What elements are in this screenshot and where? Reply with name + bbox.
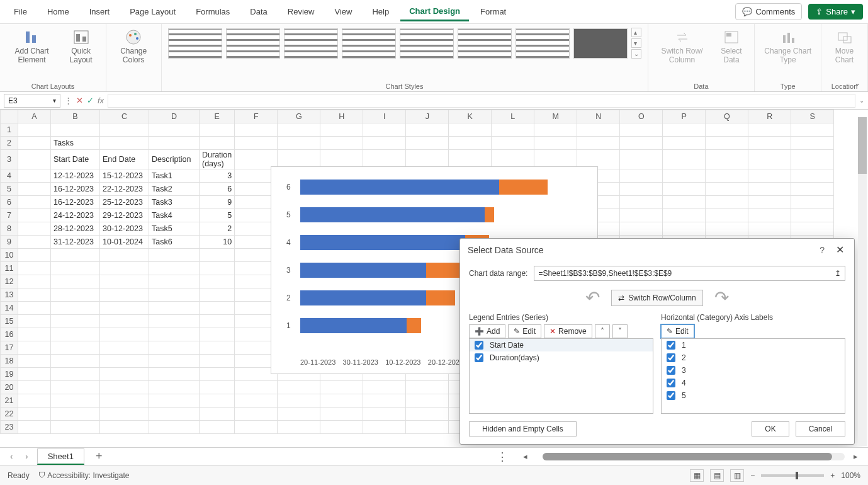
range-picker-icon[interactable]: ↥ — [835, 269, 841, 278]
axis-checkbox[interactable] — [667, 353, 675, 362]
horizontal-scrollbar[interactable] — [543, 453, 845, 460]
ok-button[interactable]: OK — [752, 421, 789, 437]
view-page-break-button[interactable]: ▥ — [730, 469, 744, 482]
style-thumb-3[interactable] — [284, 28, 338, 59]
collapse-ribbon-icon[interactable]: ⌄ — [854, 79, 860, 88]
add-sheet-button[interactable]: + — [89, 450, 109, 463]
group-chart-styles-label: Chart Styles — [386, 80, 424, 90]
name-box-value: E3 — [8, 96, 18, 105]
move-up-button[interactable]: ˄ — [595, 324, 610, 338]
axis-checkbox[interactable] — [667, 379, 675, 387]
zoom-out-button[interactable]: − — [750, 471, 755, 480]
move-down-button[interactable]: ˅ — [612, 324, 628, 338]
name-box[interactable]: E3 ▾ — [4, 94, 60, 108]
accessibility-status[interactable]: ⛉ Accessibility: Investigate — [38, 471, 130, 480]
menu-help[interactable]: Help — [363, 3, 398, 20]
zoom-in-button[interactable]: + — [830, 471, 835, 480]
expand-formula-bar-icon[interactable]: ⌄ — [859, 97, 864, 104]
sheet-nav-next[interactable]: › — [21, 452, 31, 461]
style-thumb-4[interactable] — [342, 28, 396, 59]
svg-rect-1 — [32, 35, 36, 43]
menu-home[interactable]: Home — [38, 3, 78, 20]
edit-axis-labels-button[interactable]: ✎Edit — [661, 324, 694, 338]
cancel-icon[interactable]: ✕ — [76, 96, 83, 105]
axis-checkbox[interactable] — [667, 391, 675, 400]
series-list[interactable]: Start DateDuration(days) — [469, 338, 653, 414]
svg-rect-4 — [82, 37, 86, 42]
menu-insert[interactable]: Insert — [81, 3, 119, 20]
menu-formulas[interactable]: Formulas — [187, 3, 239, 20]
chart-type-icon — [779, 29, 797, 45]
series-checkbox[interactable] — [475, 341, 483, 350]
menu-chart-design[interactable]: Chart Design — [400, 3, 469, 21]
edit-icon: ✎ — [667, 327, 673, 336]
chart-data-range-value: =Sheet1!$B$3:$B$9,Sheet1!$E$3:$E$9 — [538, 269, 672, 278]
menu-view[interactable]: View — [325, 3, 361, 20]
remove-series-button[interactable]: ✕Remove — [544, 324, 592, 338]
switch-row-column-button[interactable]: Switch Row/ Column — [655, 28, 710, 66]
style-thumb-1[interactable] — [168, 28, 222, 59]
help-icon[interactable]: ? — [820, 245, 825, 255]
axis-checkbox[interactable] — [667, 341, 675, 350]
menu-page-layout[interactable]: Page Layout — [121, 3, 184, 20]
svg-rect-3 — [76, 34, 80, 42]
add-series-button[interactable]: ➕Add — [469, 324, 505, 338]
style-thumb-7[interactable] — [516, 28, 570, 59]
group-data-label: Data — [694, 80, 708, 90]
menu-data[interactable]: Data — [241, 3, 276, 20]
list-item[interactable]: 4 — [662, 377, 845, 389]
list-item[interactable]: 1 — [662, 339, 845, 351]
edit-series-button[interactable]: ✎Edit — [508, 324, 541, 338]
view-normal-button[interactable]: ▦ — [690, 469, 704, 482]
zoom-slider[interactable] — [761, 474, 824, 477]
zoom-level[interactable]: 100% — [841, 471, 860, 480]
menu-review[interactable]: Review — [279, 3, 324, 20]
svg-point-5 — [127, 30, 140, 44]
tab-more-icon[interactable]: ⋮ — [490, 450, 514, 464]
gallery-up-icon[interactable]: ▴ — [631, 28, 641, 37]
label: Select Data — [718, 47, 746, 64]
comments-button[interactable]: 💬 Comments — [735, 3, 802, 20]
change-colors-button[interactable]: Change Colors — [113, 28, 155, 66]
chart-data-range-label: Chart data range: — [469, 269, 527, 278]
sheet-tab-sheet1[interactable]: Sheet1 — [37, 448, 84, 465]
label: Switch Row/Column — [628, 294, 696, 302]
chart-data-range-input[interactable]: =Sheet1!$B$3:$B$9,Sheet1!$E$3:$E$9 ↥ — [534, 266, 845, 281]
select-data-button[interactable]: Select Data — [715, 28, 748, 66]
style-thumb-8[interactable] — [573, 28, 628, 59]
fx-icon[interactable]: fx — [98, 96, 104, 105]
axis-labels-list[interactable]: 12345 — [661, 338, 845, 414]
add-chart-element-button[interactable]: Add Chart Element — [6, 28, 57, 66]
hscroll-left[interactable]: ◂ — [519, 452, 531, 461]
quick-layout-button[interactable]: Quick Layout — [62, 28, 99, 66]
move-chart-button[interactable]: Move Chart — [828, 28, 861, 66]
enter-icon[interactable]: ✓ — [87, 96, 94, 105]
formula-input[interactable] — [108, 94, 855, 108]
list-item[interactable]: 5 — [662, 389, 845, 402]
switch-row-column-dialog-button[interactable]: ⇄ Switch Row/Column — [611, 290, 702, 306]
formula-menu-icon[interactable]: ⋮ — [64, 96, 72, 105]
hidden-empty-cells-button[interactable]: Hidden and Empty Cells — [469, 421, 577, 437]
change-chart-type-button[interactable]: Change Chart Type — [761, 28, 814, 66]
gallery-down-icon[interactable]: ▾ — [631, 38, 641, 48]
style-thumb-5[interactable] — [400, 28, 454, 59]
list-item[interactable]: 2 — [662, 351, 845, 364]
axis-checkbox[interactable] — [667, 366, 675, 375]
menu-file[interactable]: File — [5, 3, 36, 20]
hscroll-right[interactable]: ▸ — [850, 452, 862, 461]
cancel-button[interactable]: Cancel — [796, 421, 845, 437]
share-button[interactable]: ⇪ Share ▾ — [808, 4, 863, 20]
gallery-more-icon[interactable]: ⌄ — [631, 49, 641, 59]
sheet-nav-prev[interactable]: ‹ — [6, 452, 16, 461]
style-thumb-6[interactable] — [458, 28, 512, 59]
switch-icon — [674, 29, 691, 45]
vertical-scrollbar[interactable] — [858, 117, 867, 446]
menu-format[interactable]: Format — [471, 3, 515, 20]
list-item[interactable]: 3 — [662, 364, 845, 377]
style-thumb-2[interactable] — [226, 28, 280, 59]
view-page-layout-button[interactable]: ▤ — [710, 469, 724, 482]
list-item[interactable]: Duration(days) — [470, 351, 653, 364]
list-item[interactable]: Start Date — [470, 339, 653, 351]
series-checkbox[interactable] — [475, 353, 483, 362]
close-icon[interactable]: ✕ — [833, 244, 847, 256]
